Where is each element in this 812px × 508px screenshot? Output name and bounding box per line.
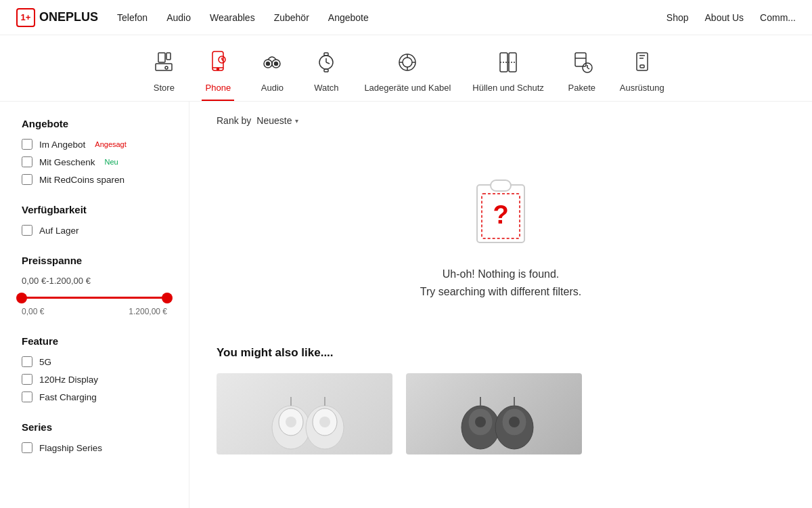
svg-point-51 (475, 417, 486, 427)
logo[interactable]: 1+ ONEPLUS (16, 8, 98, 27)
cat-watch[interactable]: Watch (310, 46, 342, 101)
logo-icon: 1+ (16, 8, 35, 27)
filter-verfugbarkeit-title: Verfügbarkeit (22, 204, 167, 215)
filter-mit-geschenk[interactable]: Mit Geschenk Neu (22, 156, 167, 167)
also-like-title: You might also like.... (217, 346, 785, 360)
filter-120hz-checkbox[interactable] (22, 374, 32, 385)
range-fill (22, 297, 167, 299)
filter-5g-checkbox[interactable] (22, 356, 32, 367)
filter-preis: Preisspanne 0,00 €-1.200,00 € 0,00 € 1.2… (22, 255, 167, 316)
cat-watch-label: Watch (314, 83, 338, 93)
cat-store[interactable]: Store (148, 46, 180, 101)
cat-cases[interactable]: Hüllen und Schutz (472, 46, 544, 101)
empty-state-icon: ? (467, 175, 535, 249)
filter-feature: Feature 5G 120Hz Display Fast Charging (22, 335, 167, 402)
svg-rect-1 (166, 53, 171, 60)
svg-rect-38 (491, 180, 511, 191)
cat-audio[interactable]: Audio (256, 46, 288, 101)
chevron-down-icon: ▾ (295, 117, 298, 125)
product-grid (217, 373, 785, 454)
filter-im-angebot[interactable]: Im Angebot Angesagt (22, 139, 167, 150)
rank-label: Rank by (217, 115, 251, 126)
price-range-text: 0,00 €-1.200,00 € (22, 276, 167, 286)
price-max: 1.200,00 € (129, 307, 167, 316)
cat-charger[interactable]: Ladegeräte und Kabel (364, 46, 451, 101)
filter-redcoins-label: Mit RedCoins sparen (39, 175, 125, 185)
svg-point-12 (267, 62, 270, 66)
filter-auf-lager-label: Auf Lager (39, 226, 79, 236)
svg-line-16 (326, 62, 330, 64)
product-1-image (237, 373, 372, 454)
cat-store-label: Store (154, 83, 175, 93)
filter-mit-geschenk-checkbox[interactable] (22, 156, 32, 167)
filter-flagship-checkbox[interactable] (22, 442, 32, 453)
svg-point-13 (275, 62, 278, 66)
empty-state: ? Uh-oh! Nothing is found. Try searching… (217, 148, 785, 341)
filter-mit-geschenk-label: Mit Geschenk (39, 157, 95, 167)
product-2-image (426, 373, 562, 454)
cat-gear[interactable]: Ausrüstung (620, 46, 664, 101)
filter-5g[interactable]: 5G (22, 356, 167, 367)
filter-flagship[interactable]: Flagship Series (22, 442, 167, 453)
sidebar: Angebote Im Angebot Angesagt Mit Geschen… (0, 102, 189, 508)
bundles-icon (566, 46, 598, 79)
filter-fast-charging-label: Fast Charging (39, 392, 97, 402)
cases-icon (492, 46, 524, 79)
svg-point-47 (319, 417, 330, 427)
filter-fast-charging-checkbox[interactable] (22, 391, 32, 402)
cat-phone-label: Phone (206, 83, 231, 93)
header-shop[interactable]: Shop (667, 12, 689, 23)
empty-line1: Uh-oh! Nothing is found. (420, 266, 581, 283)
nav-angebote[interactable]: Angebote (328, 12, 369, 23)
filter-redcoins[interactable]: Mit RedCoins sparen (22, 174, 167, 185)
nav-wearables[interactable]: Wearables (210, 12, 255, 23)
filter-auf-lager[interactable]: Auf Lager (22, 225, 167, 236)
cat-cases-label: Hüllen und Schutz (472, 83, 544, 93)
nav-audio[interactable]: Audio (166, 12, 191, 23)
header: 1+ ONEPLUS Telefon Audio Wearables Zubeh… (0, 0, 812, 35)
range-slider[interactable] (22, 297, 167, 299)
page-body: Angebote Im Angebot Angesagt Mit Geschen… (0, 102, 812, 508)
filter-redcoins-checkbox[interactable] (22, 174, 32, 185)
category-nav: Store Phone Audio (0, 35, 812, 102)
svg-rect-17 (324, 53, 328, 56)
filter-im-angebot-checkbox[interactable] (22, 139, 32, 150)
svg-rect-2 (156, 64, 172, 70)
filter-auf-lager-checkbox[interactable] (22, 225, 32, 236)
filter-preis-title: Preisspanne (22, 255, 167, 266)
filter-120hz-label: 120Hz Display (39, 375, 98, 385)
filter-120hz[interactable]: 120Hz Display (22, 374, 167, 385)
filter-angebote: Angebote Im Angebot Angesagt Mit Geschen… (22, 118, 167, 185)
rank-bar: Rank by Neueste ▾ (217, 115, 785, 126)
header-about[interactable]: About Us (705, 12, 744, 23)
header-comm[interactable]: Comm... (760, 12, 796, 23)
rank-value: Neueste (256, 115, 292, 126)
nav-zubehor[interactable]: Zubehör (274, 12, 309, 23)
range-track (22, 297, 167, 299)
filter-5g-label: 5G (39, 357, 51, 367)
rank-select[interactable]: Neueste ▾ (256, 115, 298, 126)
range-thumb-left[interactable] (16, 293, 27, 303)
charger-icon (391, 46, 424, 79)
product-card-2[interactable] (406, 373, 582, 454)
filter-verfugbarkeit: Verfügbarkeit Auf Lager (22, 204, 167, 236)
cat-bundles[interactable]: Pakete (566, 46, 598, 101)
price-min: 0,00 € (22, 307, 44, 316)
filter-flagship-label: Flagship Series (39, 443, 102, 453)
product-card-1[interactable] (217, 373, 392, 454)
svg-point-6 (217, 68, 219, 70)
cat-phone[interactable]: Phone (202, 46, 234, 101)
filter-feature-title: Feature (22, 335, 167, 347)
range-thumb-right[interactable] (162, 293, 173, 303)
svg-point-43 (286, 417, 296, 427)
filter-fast-charging[interactable]: Fast Charging (22, 391, 167, 402)
header-right: Shop About Us Comm... (667, 12, 796, 23)
main-nav: Telefon Audio Wearables Zubehör Angebote (117, 12, 369, 23)
also-like-section: You might also like.... (217, 346, 785, 454)
svg-rect-18 (324, 69, 328, 72)
nav-telefon[interactable]: Telefon (117, 12, 148, 23)
phone-icon (202, 46, 234, 79)
cat-audio-label: Audio (261, 83, 284, 93)
filter-series-title: Series (22, 421, 167, 433)
filter-im-angebot-badge: Angesagt (95, 140, 126, 148)
